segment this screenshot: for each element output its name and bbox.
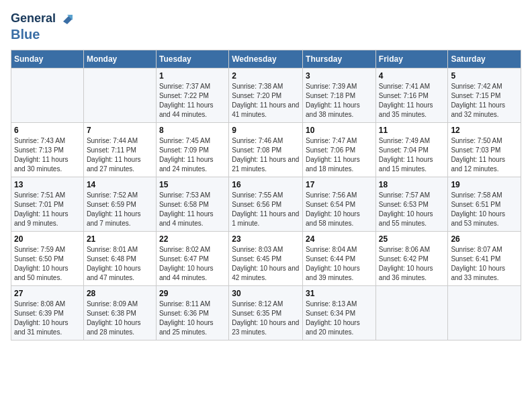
day-info: Sunrise: 8:13 AMSunset: 6:34 PMDaylight:…	[306, 300, 373, 337]
calendar-cell: 13Sunrise: 7:51 AMSunset: 7:01 PMDayligh…	[11, 177, 84, 232]
calendar-cell: 26Sunrise: 8:07 AMSunset: 6:41 PMDayligh…	[448, 232, 521, 286]
day-info: Sunrise: 7:50 AMSunset: 7:03 PMDaylight:…	[451, 136, 518, 174]
day-info: Sunrise: 7:42 AMSunset: 7:15 PMDaylight:…	[451, 82, 518, 120]
day-info: Sunrise: 7:55 AMSunset: 6:56 PMDaylight:…	[232, 191, 300, 228]
day-number: 22	[159, 234, 226, 244]
header-monday: Monday	[83, 50, 156, 68]
day-number: 12	[451, 126, 518, 135]
day-number: 20	[14, 234, 81, 244]
day-info: Sunrise: 8:01 AMSunset: 6:48 PMDaylight:…	[87, 245, 153, 283]
calendar-cell: 23Sunrise: 8:03 AMSunset: 6:45 PMDayligh…	[229, 232, 303, 286]
calendar-cell	[375, 286, 448, 340]
header-tuesday: Tuesday	[156, 50, 228, 68]
day-info: Sunrise: 7:46 AMSunset: 7:08 PMDaylight:…	[232, 136, 300, 174]
day-info: Sunrise: 7:49 AMSunset: 7:04 PMDaylight:…	[379, 136, 445, 174]
day-number: 2	[232, 71, 300, 81]
day-number: 8	[159, 126, 226, 135]
calendar-cell: 14Sunrise: 7:52 AMSunset: 6:59 PMDayligh…	[83, 177, 156, 232]
day-info: Sunrise: 7:56 AMSunset: 6:54 PMDaylight:…	[306, 191, 373, 228]
calendar-cell: 25Sunrise: 8:06 AMSunset: 6:42 PMDayligh…	[375, 232, 448, 286]
day-info: Sunrise: 7:51 AMSunset: 7:01 PMDaylight:…	[14, 191, 81, 228]
calendar-cell: 9Sunrise: 7:46 AMSunset: 7:08 PMDaylight…	[229, 123, 303, 177]
calendar-cell: 6Sunrise: 7:43 AMSunset: 7:13 PMDaylight…	[11, 123, 84, 177]
day-number: 29	[159, 289, 226, 298]
day-number: 24	[306, 234, 373, 244]
day-number: 30	[232, 289, 300, 298]
day-number: 15	[159, 180, 226, 189]
day-number: 17	[306, 180, 373, 189]
day-info: Sunrise: 7:58 AMSunset: 6:51 PMDaylight:…	[451, 191, 518, 228]
day-number: 3	[306, 71, 373, 81]
day-info: Sunrise: 8:08 AMSunset: 6:39 PMDaylight:…	[14, 300, 81, 337]
day-info: Sunrise: 8:09 AMSunset: 6:38 PMDaylight:…	[87, 300, 153, 337]
calendar-cell: 18Sunrise: 7:57 AMSunset: 6:53 PMDayligh…	[375, 177, 448, 232]
day-info: Sunrise: 7:39 AMSunset: 7:18 PMDaylight:…	[306, 82, 373, 120]
calendar-cell: 17Sunrise: 7:56 AMSunset: 6:54 PMDayligh…	[303, 177, 376, 232]
day-info: Sunrise: 7:43 AMSunset: 7:13 PMDaylight:…	[14, 136, 81, 174]
calendar-cell: 29Sunrise: 8:11 AMSunset: 6:36 PMDayligh…	[156, 286, 228, 340]
calendar-cell	[11, 68, 84, 123]
calendar-cell: 12Sunrise: 7:50 AMSunset: 7:03 PMDayligh…	[448, 123, 521, 177]
day-number: 5	[451, 71, 518, 81]
calendar-cell: 24Sunrise: 8:04 AMSunset: 6:44 PMDayligh…	[303, 232, 376, 286]
day-number: 28	[87, 289, 153, 298]
calendar-cell	[448, 286, 521, 340]
calendar-cell: 7Sunrise: 7:44 AMSunset: 7:11 PMDaylight…	[83, 123, 156, 177]
day-number: 4	[379, 71, 445, 81]
day-info: Sunrise: 7:41 AMSunset: 7:16 PMDaylight:…	[379, 82, 445, 120]
day-info: Sunrise: 7:52 AMSunset: 6:59 PMDaylight:…	[87, 191, 153, 228]
calendar-header-row: SundayMondayTuesdayWednesdayThursdayFrid…	[11, 50, 521, 68]
logo: General Blue	[11, 11, 75, 42]
day-info: Sunrise: 8:12 AMSunset: 6:35 PMDaylight:…	[232, 300, 300, 337]
header-sunday: Sunday	[11, 50, 84, 68]
calendar-week-row: 20Sunrise: 7:59 AMSunset: 6:50 PMDayligh…	[11, 232, 521, 286]
calendar-cell: 3Sunrise: 7:39 AMSunset: 7:18 PMDaylight…	[303, 68, 376, 123]
header-wednesday: Wednesday	[229, 50, 303, 68]
day-number: 6	[14, 126, 81, 135]
day-info: Sunrise: 8:03 AMSunset: 6:45 PMDaylight:…	[232, 245, 300, 283]
calendar-week-row: 1Sunrise: 7:37 AMSunset: 7:22 PMDaylight…	[11, 68, 521, 123]
day-number: 1	[159, 71, 226, 81]
calendar-cell: 10Sunrise: 7:47 AMSunset: 7:06 PMDayligh…	[303, 123, 376, 177]
calendar-cell: 8Sunrise: 7:45 AMSunset: 7:09 PMDaylight…	[156, 123, 228, 177]
calendar-cell: 16Sunrise: 7:55 AMSunset: 6:56 PMDayligh…	[229, 177, 303, 232]
calendar-cell: 28Sunrise: 8:09 AMSunset: 6:38 PMDayligh…	[83, 286, 156, 340]
day-info: Sunrise: 7:57 AMSunset: 6:53 PMDaylight:…	[379, 191, 445, 228]
calendar-cell: 19Sunrise: 7:58 AMSunset: 6:51 PMDayligh…	[448, 177, 521, 232]
calendar-week-row: 13Sunrise: 7:51 AMSunset: 7:01 PMDayligh…	[11, 177, 521, 232]
calendar-table: SundayMondayTuesdayWednesdayThursdayFrid…	[11, 50, 521, 340]
calendar-cell: 31Sunrise: 8:13 AMSunset: 6:34 PMDayligh…	[303, 286, 376, 340]
header-friday: Friday	[375, 50, 448, 68]
day-number: 19	[451, 180, 518, 189]
calendar-week-row: 6Sunrise: 7:43 AMSunset: 7:13 PMDaylight…	[11, 123, 521, 177]
day-number: 26	[451, 234, 518, 244]
calendar-cell: 30Sunrise: 8:12 AMSunset: 6:35 PMDayligh…	[229, 286, 303, 340]
calendar-cell: 27Sunrise: 8:08 AMSunset: 6:39 PMDayligh…	[11, 286, 84, 340]
logo-icon	[58, 9, 75, 27]
calendar-cell: 1Sunrise: 7:37 AMSunset: 7:22 PMDaylight…	[156, 68, 228, 123]
logo-text: General	[11, 12, 56, 26]
calendar-cell: 5Sunrise: 7:42 AMSunset: 7:15 PMDaylight…	[448, 68, 521, 123]
day-info: Sunrise: 7:44 AMSunset: 7:11 PMDaylight:…	[87, 136, 153, 174]
day-info: Sunrise: 7:37 AMSunset: 7:22 PMDaylight:…	[159, 82, 226, 120]
day-number: 27	[14, 289, 81, 298]
calendar-cell: 20Sunrise: 7:59 AMSunset: 6:50 PMDayligh…	[11, 232, 84, 286]
day-info: Sunrise: 8:06 AMSunset: 6:42 PMDaylight:…	[379, 245, 445, 283]
day-number: 16	[232, 180, 300, 189]
day-number: 23	[232, 234, 300, 244]
header-thursday: Thursday	[303, 50, 376, 68]
day-info: Sunrise: 8:07 AMSunset: 6:41 PMDaylight:…	[451, 245, 518, 283]
calendar-cell	[83, 68, 156, 123]
day-number: 31	[306, 289, 373, 298]
header-saturday: Saturday	[448, 50, 521, 68]
calendar-cell: 15Sunrise: 7:53 AMSunset: 6:58 PMDayligh…	[156, 177, 228, 232]
calendar-cell: 2Sunrise: 7:38 AMSunset: 7:20 PMDaylight…	[229, 68, 303, 123]
day-number: 25	[379, 234, 445, 244]
calendar-cell: 11Sunrise: 7:49 AMSunset: 7:04 PMDayligh…	[375, 123, 448, 177]
day-info: Sunrise: 8:02 AMSunset: 6:47 PMDaylight:…	[159, 245, 226, 283]
calendar-cell: 22Sunrise: 8:02 AMSunset: 6:47 PMDayligh…	[156, 232, 228, 286]
day-number: 7	[87, 126, 153, 135]
calendar-cell: 4Sunrise: 7:41 AMSunset: 7:16 PMDaylight…	[375, 68, 448, 123]
day-info: Sunrise: 7:59 AMSunset: 6:50 PMDaylight:…	[14, 245, 81, 283]
page-header: General Blue	[11, 11, 521, 42]
